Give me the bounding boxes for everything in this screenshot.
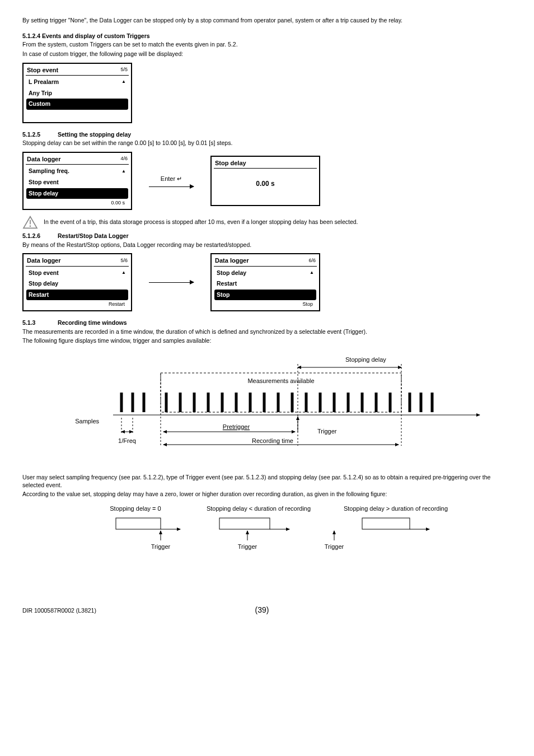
panel-item-stop-event: Stop event	[26, 177, 128, 188]
text-5124-l1: From the system, custom Triggers can be …	[22, 41, 512, 49]
up-triangle-icon: ▲	[121, 79, 126, 85]
panel-item-label: Stop delay	[29, 280, 58, 288]
heading-title: Recording time windows	[58, 319, 127, 326]
lcd-panel-stop-delay-value: Stop delay 0.00 s	[210, 156, 320, 207]
panel-item-any-trip: Any Trip	[26, 88, 128, 99]
lcd-panel-data-logger-6-6: Data logger 6/6 Stop delay ▲ Restart Sto…	[210, 253, 320, 311]
fig-label-1freq: 1/Freq	[118, 437, 136, 444]
panel-item-label: Stop event	[29, 179, 59, 186]
heading-title: Restart/Stop Data Logger	[58, 232, 129, 239]
panel-item-stop: Stop	[214, 290, 316, 301]
fig2-caption-2: Stopping delay < duration of recording	[207, 505, 311, 512]
arrow-between-panels	[143, 282, 199, 283]
heading-5125: 5.1.2.5 Setting the stopping delay	[22, 131, 512, 139]
panel-item-label: Stop delay	[217, 269, 246, 277]
svg-rect-41	[219, 518, 270, 529]
fig-label-measurements: Measurements available	[247, 377, 314, 384]
panel-footer-value: Stop	[214, 300, 316, 308]
heading-5126: 5.1.2.6 Restart/Stop Data Logger	[22, 232, 512, 240]
panel-item-stop-delay: Stop delay	[26, 278, 128, 290]
fig2-caption-1: Stopping delay = 0	[110, 505, 161, 512]
arrow-right-icon	[149, 282, 194, 283]
panel-item-label: Stop delay	[29, 190, 58, 198]
fig-label-recording-time: Recording time	[252, 437, 293, 444]
panel-footer-value: 0.00 s	[26, 199, 128, 207]
intro-paragraph: By setting trigger "None", the Data Logg…	[22, 17, 512, 25]
panel-item-custom: Custom	[26, 99, 128, 110]
up-triangle-icon: ▲	[121, 169, 126, 174]
heading-number: 5.1.2.6	[22, 232, 56, 240]
heading-513: 5.1.3 Recording time windows	[22, 319, 512, 327]
panel-item-label: Sampling freq.	[29, 167, 69, 175]
up-triangle-icon: ▲	[310, 270, 314, 276]
panel-title: Stop event	[27, 66, 58, 74]
svg-rect-44	[362, 518, 410, 529]
panel-item-label: Stop event	[29, 269, 59, 277]
panel-item-restart: Restart	[26, 290, 128, 301]
fig2-trigger-2: Trigger	[238, 543, 257, 550]
panel-item-l-prealarm: L Prealarm ▲	[26, 77, 128, 88]
panel-item-label: L Prealarm	[29, 78, 59, 86]
fig2-trigger-3: Trigger	[325, 543, 344, 550]
panel-title: Data logger	[27, 155, 61, 163]
heading-5124: 5.1.2.4 Events and display of custom Tri…	[22, 32, 512, 40]
panel-item-label: Restart	[29, 291, 49, 299]
fig2-caption-3: Stopping delay > duration of recording	[344, 505, 448, 512]
panel-item-sampling-freq: Sampling freq. ▲	[26, 166, 128, 177]
text-after-fig1-l2: According to the value set, stopping del…	[22, 491, 512, 498]
svg-point-2	[30, 226, 31, 227]
fig-label-stopping-delay: Stopping delay	[345, 356, 386, 363]
heading-number: 5.1.3	[22, 319, 56, 327]
panel-item-label: Any Trip	[29, 90, 52, 97]
panel-page: 6/6	[308, 258, 316, 264]
fig-label-trigger: Trigger	[317, 428, 337, 435]
panel-title: Data logger	[27, 256, 61, 264]
arrow-right-icon	[149, 186, 194, 187]
warning-icon	[22, 216, 38, 229]
text-5124-l2: In case of custom trigger, the following…	[22, 50, 512, 58]
lcd-panel-data-logger-4-6: Data logger 4/6 Sampling freq. ▲ Stop ev…	[22, 152, 132, 210]
panel-item-restart: Restart	[214, 278, 316, 290]
text-513-l2: The following figure displays time windo…	[22, 337, 512, 345]
text-after-fig1-l1: User may select sampling frequency (see …	[22, 474, 512, 489]
panel-item-label: Stop	[217, 291, 229, 299]
lcd-panel-data-logger-5-6: Data logger 5/6 Stop event ▲ Stop delay …	[22, 253, 132, 311]
up-triangle-icon: ▲	[121, 270, 126, 276]
timing-diagram: Measurements available Stopping delay	[49, 351, 485, 463]
fig-label-samples: Samples	[75, 418, 99, 424]
panel-page: 5/6	[120, 258, 128, 264]
fig-label-pretrigger: Pretrigger	[223, 423, 250, 430]
stopping-delay-cases-diagram: Stopping delay = 0 Stopping delay < dura…	[65, 504, 469, 554]
panel-item-stop-delay: Stop delay	[26, 188, 128, 199]
enter-label: Enter ↵	[161, 175, 182, 183]
panel-item-label: Restart	[217, 280, 237, 288]
panel-footer-value: Restart	[26, 300, 128, 308]
panel-item-stop-delay: Stop delay ▲	[214, 268, 316, 279]
text-5125-l1: Stopping delay can be set within the ran…	[22, 139, 512, 147]
text-5126-l1: By means of the Restart/Stop options, Da…	[22, 241, 512, 249]
footer-doc-id: DIR 1000587R0002 (L3821)	[22, 607, 96, 615]
enter-arrow: Enter ↵	[143, 175, 199, 186]
panel-page: 4/6	[120, 156, 128, 162]
heading-number: 5.1.2.5	[22, 131, 56, 139]
fig2-trigger-1: Trigger	[151, 543, 171, 550]
lcd-panel-stop-event: Stop event 5/5 L Prealarm ▲ Any Trip Cus…	[22, 63, 132, 123]
text-513-l1: The measurements are recorded in a time …	[22, 328, 512, 336]
panel-item-stop-event: Stop event ▲	[26, 268, 128, 279]
panel-title: Data logger	[215, 256, 249, 264]
footer-page-number: (39)	[255, 605, 269, 615]
panel-item-label: Custom	[29, 100, 50, 108]
panel-page: 5/5	[120, 67, 128, 73]
stop-delay-value: 0.00 s	[212, 170, 319, 206]
svg-rect-38	[116, 518, 161, 529]
panel-title: Stop delay	[212, 157, 319, 168]
heading-title: Setting the stopping delay	[58, 131, 131, 138]
warning-text: In the event of a trip, this data storag…	[44, 218, 358, 226]
